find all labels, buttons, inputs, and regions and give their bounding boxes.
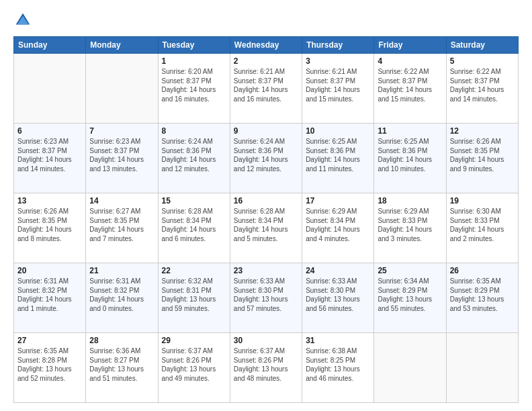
day-info: Sunrise: 6:35 AMSunset: 8:28 PMDaylight:… xyxy=(17,347,82,383)
calendar-cell xyxy=(86,54,158,124)
day-info: Sunrise: 6:22 AMSunset: 8:37 PMDaylight:… xyxy=(450,67,515,103)
calendar-cell xyxy=(374,333,446,403)
day-info: Sunrise: 6:24 AMSunset: 8:36 PMDaylight:… xyxy=(162,137,226,173)
calendar-cell: 23Sunrise: 6:33 AMSunset: 8:30 PMDayligh… xyxy=(230,263,302,333)
calendar-cell: 15Sunrise: 6:28 AMSunset: 8:34 PMDayligh… xyxy=(158,193,230,263)
day-number: 26 xyxy=(450,266,515,275)
day-info: Sunrise: 6:23 AMSunset: 8:37 PMDaylight:… xyxy=(89,137,154,173)
day-info: Sunrise: 6:31 AMSunset: 8:32 PMDaylight:… xyxy=(17,277,82,313)
day-header-sunday: Sunday xyxy=(14,37,86,54)
day-number: 25 xyxy=(378,266,442,275)
calendar-cell: 17Sunrise: 6:29 AMSunset: 8:34 PMDayligh… xyxy=(302,193,374,263)
calendar-cell: 14Sunrise: 6:27 AMSunset: 8:35 PMDayligh… xyxy=(86,193,158,263)
day-header-tuesday: Tuesday xyxy=(158,37,230,54)
calendar-cell: 21Sunrise: 6:31 AMSunset: 8:32 PMDayligh… xyxy=(86,263,158,333)
day-info: Sunrise: 6:24 AMSunset: 8:36 PMDaylight:… xyxy=(234,137,298,173)
day-info: Sunrise: 6:32 AMSunset: 8:31 PMDaylight:… xyxy=(162,277,226,313)
day-number: 22 xyxy=(162,266,226,275)
day-number: 13 xyxy=(17,196,82,205)
calendar-cell: 9Sunrise: 6:24 AMSunset: 8:36 PMDaylight… xyxy=(230,124,302,193)
day-info: Sunrise: 6:29 AMSunset: 8:34 PMDaylight:… xyxy=(306,207,370,243)
day-info: Sunrise: 6:28 AMSunset: 8:34 PMDaylight:… xyxy=(234,207,298,243)
calendar-cell: 31Sunrise: 6:38 AMSunset: 8:25 PMDayligh… xyxy=(302,333,374,403)
day-number: 18 xyxy=(378,196,442,205)
calendar-cell: 11Sunrise: 6:25 AMSunset: 8:36 PMDayligh… xyxy=(374,124,446,193)
day-info: Sunrise: 6:25 AMSunset: 8:36 PMDaylight:… xyxy=(378,137,442,173)
calendar-week-row: 1Sunrise: 6:20 AMSunset: 8:37 PMDaylight… xyxy=(14,54,519,124)
calendar-cell: 18Sunrise: 6:29 AMSunset: 8:33 PMDayligh… xyxy=(374,193,446,263)
calendar-week-row: 20Sunrise: 6:31 AMSunset: 8:32 PMDayligh… xyxy=(14,263,519,333)
calendar-week-row: 13Sunrise: 6:26 AMSunset: 8:35 PMDayligh… xyxy=(14,193,519,263)
day-number: 14 xyxy=(89,196,154,205)
calendar-cell xyxy=(446,333,518,403)
calendar-cell: 28Sunrise: 6:36 AMSunset: 8:27 PMDayligh… xyxy=(86,333,158,403)
day-info: Sunrise: 6:35 AMSunset: 8:29 PMDaylight:… xyxy=(450,277,515,313)
day-number: 17 xyxy=(306,196,370,205)
day-info: Sunrise: 6:28 AMSunset: 8:34 PMDaylight:… xyxy=(162,207,226,243)
day-header-monday: Monday xyxy=(86,37,158,54)
calendar-cell: 25Sunrise: 6:34 AMSunset: 8:29 PMDayligh… xyxy=(374,263,446,333)
day-number: 2 xyxy=(234,56,298,66)
day-info: Sunrise: 6:37 AMSunset: 8:26 PMDaylight:… xyxy=(234,347,298,383)
day-info: Sunrise: 6:21 AMSunset: 8:37 PMDaylight:… xyxy=(234,67,298,103)
calendar-cell: 7Sunrise: 6:23 AMSunset: 8:37 PMDaylight… xyxy=(86,124,158,193)
logo xyxy=(13,11,35,30)
day-number: 11 xyxy=(378,126,442,136)
day-number: 27 xyxy=(17,336,82,345)
day-header-wednesday: Wednesday xyxy=(230,37,302,54)
day-info: Sunrise: 6:23 AMSunset: 8:37 PMDaylight:… xyxy=(17,137,82,173)
calendar-cell: 2Sunrise: 6:21 AMSunset: 8:37 PMDaylight… xyxy=(230,54,302,124)
day-number: 16 xyxy=(234,196,298,205)
calendar-header-row: SundayMondayTuesdayWednesdayThursdayFrid… xyxy=(14,37,519,54)
calendar-cell: 5Sunrise: 6:22 AMSunset: 8:37 PMDaylight… xyxy=(446,54,518,124)
day-header-friday: Friday xyxy=(374,37,446,54)
calendar-cell: 22Sunrise: 6:32 AMSunset: 8:31 PMDayligh… xyxy=(158,263,230,333)
day-info: Sunrise: 6:30 AMSunset: 8:33 PMDaylight:… xyxy=(450,207,515,243)
day-number: 29 xyxy=(162,336,226,345)
page: SundayMondayTuesdayWednesdayThursdayFrid… xyxy=(0,0,532,411)
day-header-saturday: Saturday xyxy=(446,37,518,54)
day-number: 1 xyxy=(162,56,226,66)
day-info: Sunrise: 6:25 AMSunset: 8:36 PMDaylight:… xyxy=(306,137,370,173)
day-info: Sunrise: 6:31 AMSunset: 8:32 PMDaylight:… xyxy=(89,277,154,313)
day-info: Sunrise: 6:29 AMSunset: 8:33 PMDaylight:… xyxy=(378,207,442,243)
calendar-cell: 8Sunrise: 6:24 AMSunset: 8:36 PMDaylight… xyxy=(158,124,230,193)
day-number: 10 xyxy=(306,126,370,136)
day-number: 5 xyxy=(450,56,515,66)
day-number: 3 xyxy=(306,56,370,66)
day-number: 9 xyxy=(234,126,298,136)
day-number: 6 xyxy=(17,126,82,136)
day-header-thursday: Thursday xyxy=(302,37,374,54)
calendar-cell: 20Sunrise: 6:31 AMSunset: 8:32 PMDayligh… xyxy=(14,263,86,333)
day-number: 8 xyxy=(162,126,226,136)
calendar-table: SundayMondayTuesdayWednesdayThursdayFrid… xyxy=(13,36,519,403)
day-number: 15 xyxy=(162,196,226,205)
day-info: Sunrise: 6:36 AMSunset: 8:27 PMDaylight:… xyxy=(89,347,154,383)
calendar-cell xyxy=(14,54,86,124)
day-number: 19 xyxy=(450,196,515,205)
day-info: Sunrise: 6:21 AMSunset: 8:37 PMDaylight:… xyxy=(306,67,370,103)
calendar-cell: 3Sunrise: 6:21 AMSunset: 8:37 PMDaylight… xyxy=(302,54,374,124)
day-number: 30 xyxy=(234,336,298,345)
calendar-cell: 29Sunrise: 6:37 AMSunset: 8:26 PMDayligh… xyxy=(158,333,230,403)
calendar-cell: 27Sunrise: 6:35 AMSunset: 8:28 PMDayligh… xyxy=(14,333,86,403)
calendar-cell: 24Sunrise: 6:33 AMSunset: 8:30 PMDayligh… xyxy=(302,263,374,333)
calendar-week-row: 6Sunrise: 6:23 AMSunset: 8:37 PMDaylight… xyxy=(14,124,519,193)
day-number: 20 xyxy=(17,266,82,275)
calendar-cell: 30Sunrise: 6:37 AMSunset: 8:26 PMDayligh… xyxy=(230,333,302,403)
calendar-cell: 6Sunrise: 6:23 AMSunset: 8:37 PMDaylight… xyxy=(14,124,86,193)
calendar-cell: 4Sunrise: 6:22 AMSunset: 8:37 PMDaylight… xyxy=(374,54,446,124)
calendar-cell: 26Sunrise: 6:35 AMSunset: 8:29 PMDayligh… xyxy=(446,263,518,333)
day-number: 7 xyxy=(89,126,154,136)
day-info: Sunrise: 6:27 AMSunset: 8:35 PMDaylight:… xyxy=(89,207,154,243)
day-number: 21 xyxy=(89,266,154,275)
calendar-cell: 10Sunrise: 6:25 AMSunset: 8:36 PMDayligh… xyxy=(302,124,374,193)
calendar-cell: 13Sunrise: 6:26 AMSunset: 8:35 PMDayligh… xyxy=(14,193,86,263)
day-number: 24 xyxy=(306,266,370,275)
calendar-week-row: 27Sunrise: 6:35 AMSunset: 8:28 PMDayligh… xyxy=(14,333,519,403)
day-info: Sunrise: 6:26 AMSunset: 8:35 PMDaylight:… xyxy=(450,137,515,173)
day-info: Sunrise: 6:22 AMSunset: 8:37 PMDaylight:… xyxy=(378,67,442,103)
logo-icon xyxy=(13,11,32,30)
day-number: 28 xyxy=(89,336,154,345)
day-number: 23 xyxy=(234,266,298,275)
